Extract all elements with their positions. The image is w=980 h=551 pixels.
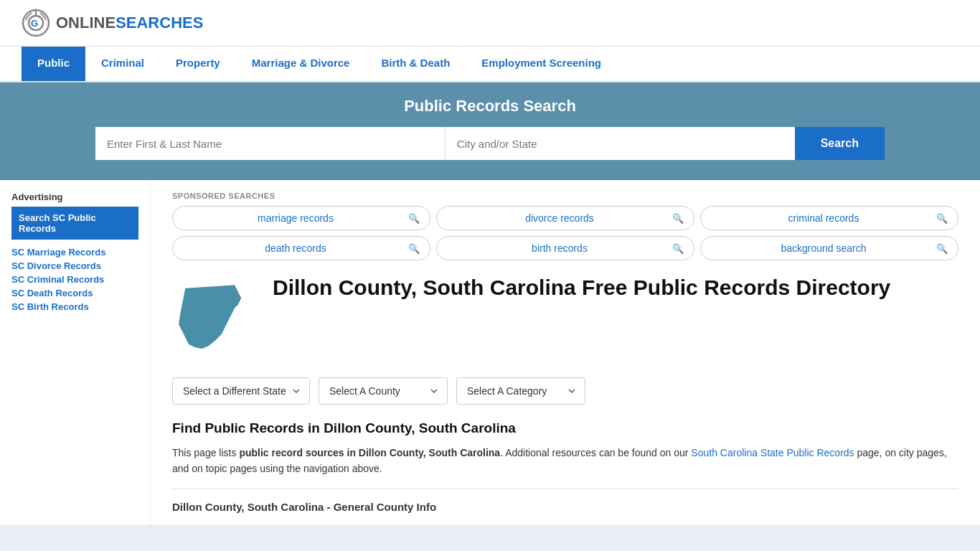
- desc-bold: public record sources in Dillon County, …: [239, 447, 500, 458]
- search-icon-2: 🔍: [672, 213, 684, 224]
- search-icon-4: 🔍: [408, 243, 420, 254]
- sidebar-ad-label: Advertising: [11, 192, 138, 202]
- logo-wordmark: ONLINESEARCHES: [56, 14, 203, 32]
- state-map: [172, 275, 258, 363]
- sc-records-link[interactable]: South Carolina State Public Records: [691, 447, 854, 458]
- section-divider: [172, 489, 958, 489]
- county-dropdown[interactable]: Select A County: [319, 377, 448, 405]
- name-input[interactable]: [95, 127, 446, 160]
- nav-employment[interactable]: Employment Screening: [466, 47, 617, 81]
- sidebar: Advertising Search SC Public Records SC …: [0, 180, 151, 524]
- search-icon-3: 🔍: [936, 213, 948, 224]
- find-records-title: Find Public Records in Dillon County, So…: [172, 420, 958, 436]
- sponsored-background-text: background search: [711, 242, 936, 254]
- nav-public[interactable]: Public: [22, 47, 85, 81]
- sponsored-grid: marriage records 🔍 divorce records 🔍 cri…: [172, 206, 958, 260]
- nav-marriage-divorce[interactable]: Marriage & Divorce: [236, 47, 366, 81]
- sidebar-link-death[interactable]: SC Death Records: [11, 288, 138, 298]
- sponsored-death[interactable]: death records 🔍: [172, 236, 430, 260]
- nav-birth-death[interactable]: Birth & Death: [365, 47, 466, 81]
- sidebar-ad-box[interactable]: Search SC Public Records: [11, 207, 138, 240]
- category-dropdown[interactable]: Select A Category: [456, 377, 585, 405]
- svg-text:G: G: [31, 18, 38, 29]
- page-title-wrapper: Dillon County, South Carolina Free Publi…: [273, 275, 890, 301]
- sponsored-background[interactable]: background search 🔍: [700, 236, 958, 260]
- sponsored-label: SPONSORED SEARCHES: [172, 192, 958, 200]
- logo-icon: G: [22, 9, 50, 37]
- sponsored-divorce[interactable]: divorce records 🔍: [436, 206, 694, 230]
- search-banner: Public Records Search Search: [0, 83, 980, 180]
- sidebar-link-marriage[interactable]: SC Marriage Records: [11, 247, 138, 258]
- nav-property[interactable]: Property: [160, 47, 236, 81]
- main-nav: Public Criminal Property Marriage & Divo…: [0, 47, 980, 83]
- search-icon-5: 🔍: [672, 243, 684, 254]
- search-banner-title: Public Records Search: [22, 97, 958, 116]
- sponsored-birth[interactable]: birth records 🔍: [436, 236, 694, 260]
- sponsored-marriage-text: marriage records: [183, 212, 408, 224]
- search-form: Search: [95, 127, 885, 160]
- general-info-title: Dillon County, South Carolina - General …: [172, 501, 958, 513]
- search-icon-6: 🔍: [936, 243, 948, 254]
- description-text: This page lists public record sources in…: [172, 445, 958, 477]
- sponsored-marriage[interactable]: marriage records 🔍: [172, 206, 430, 230]
- main-content: Advertising Search SC Public Records SC …: [0, 180, 980, 524]
- sponsored-criminal-text: criminal records: [711, 212, 936, 224]
- page-title: Dillon County, South Carolina Free Publi…: [273, 275, 890, 301]
- sponsored-criminal[interactable]: criminal records 🔍: [700, 206, 958, 230]
- content-area: SPONSORED SEARCHES marriage records 🔍 di…: [151, 180, 980, 524]
- sidebar-link-criminal[interactable]: SC Criminal Records: [11, 274, 138, 285]
- sidebar-link-divorce[interactable]: SC Divorce Records: [11, 260, 138, 271]
- sidebar-link-birth[interactable]: SC Birth Records: [11, 301, 138, 312]
- site-header: G ONLINESEARCHES: [0, 0, 980, 47]
- search-icon-1: 🔍: [408, 213, 420, 224]
- logo[interactable]: G ONLINESEARCHES: [22, 9, 203, 37]
- search-button[interactable]: Search: [795, 127, 885, 160]
- sponsored-birth-text: birth records: [447, 242, 672, 254]
- dropdowns-row: Select a Different State Select A County…: [172, 377, 958, 405]
- sponsored-death-text: death records: [183, 242, 408, 254]
- nav-criminal[interactable]: Criminal: [85, 47, 160, 81]
- title-section: Dillon County, South Carolina Free Publi…: [172, 275, 958, 363]
- location-input[interactable]: [446, 127, 795, 160]
- state-dropdown[interactable]: Select a Different State: [172, 377, 310, 405]
- sponsored-divorce-text: divorce records: [447, 212, 672, 224]
